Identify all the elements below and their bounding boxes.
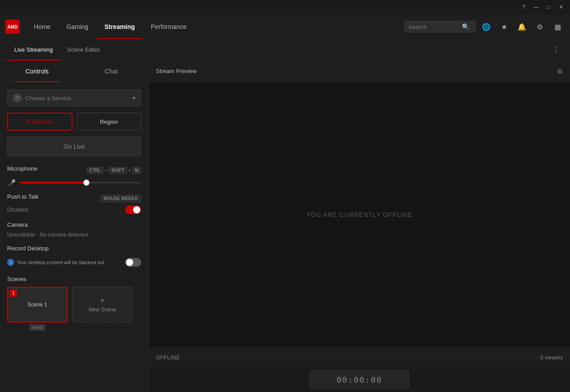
- scene-1-name: Scene 1: [28, 302, 47, 308]
- push-talk-header: Push to Talk MOUSE MIDDLE: [7, 193, 141, 204]
- nav-streaming[interactable]: Streaming: [97, 14, 142, 39]
- microphone-label: Microphone: [7, 165, 37, 172]
- more-options-icon[interactable]: ⋮: [549, 43, 563, 57]
- scene-1-badge: 1: [10, 290, 17, 297]
- settings-icon-btn[interactable]: ⚙: [533, 20, 547, 34]
- toggle-thumb: [133, 206, 140, 213]
- push-talk-sub: Disabled: [7, 205, 141, 214]
- search-icon: 🔍: [462, 23, 469, 30]
- record-info: i Your desktop content will be blacked o…: [7, 259, 106, 266]
- new-scene-card[interactable]: + New Scene: [72, 287, 133, 323]
- slider-thumb[interactable]: [83, 180, 90, 186]
- help-button[interactable]: ?: [518, 2, 529, 12]
- sub-tabs: Live Streaming Scene Editor ⋮: [0, 39, 570, 61]
- main-content: Controls Chat ? Choose a Service ▾ Fulls…: [0, 61, 570, 392]
- record-toggle-thumb: [126, 259, 133, 266]
- scene-card-1[interactable]: 1 Scene 1: [7, 287, 68, 323]
- grid-icon-btn[interactable]: ▦: [550, 20, 565, 34]
- favorites-icon-btn[interactable]: ★: [497, 20, 511, 34]
- timer-bar: 00:00:00: [149, 367, 570, 392]
- record-info-text: Your desktop content will be blacked out…: [17, 260, 106, 265]
- nav-gaming[interactable]: Gaming: [59, 14, 95, 39]
- bottom-status-bar: OFFLINE 0 viewers: [149, 347, 570, 367]
- mouse-middle-badge: MOUSE MIDDLE: [101, 195, 141, 202]
- subtab-live-streaming[interactable]: Live Streaming: [7, 39, 60, 61]
- plus-icon: +: [100, 297, 105, 305]
- chevron-down-icon: ▾: [133, 95, 135, 101]
- search-box[interactable]: 🔍: [404, 21, 476, 33]
- preview-header: Stream Preview ⚙: [149, 61, 570, 82]
- record-desktop-section: Record Desktop i Your desktop content wi…: [7, 245, 141, 267]
- info-icon: i: [7, 259, 14, 266]
- minimize-button[interactable]: —: [531, 2, 542, 12]
- tab-chat[interactable]: Chat: [74, 61, 149, 82]
- preview-settings-icon[interactable]: ⚙: [557, 68, 563, 75]
- service-question-icon: ?: [13, 94, 22, 102]
- nav-right: 🔍 🌐 ★ 🔔 ⚙ ▦: [404, 20, 565, 34]
- controls-content: ? Choose a Service ▾ Fullscreen Region G…: [0, 90, 148, 276]
- nav-items: Home Gaming Streaming Performance: [27, 14, 404, 39]
- notifications-icon-btn[interactable]: 🔔: [515, 20, 529, 34]
- camera-section: Camera Unavailable - No camera detected: [7, 221, 141, 238]
- globe-icon-btn[interactable]: 🌐: [479, 20, 493, 34]
- record-desktop-toggle[interactable]: [125, 258, 141, 267]
- capture-buttons: Fullscreen Region: [7, 113, 141, 131]
- new-scene-label: New Scene: [89, 306, 116, 313]
- stream-timer: 00:00:00: [309, 370, 410, 389]
- preview-title: Stream Preview: [156, 68, 197, 74]
- microphone-mute-icon: 🎤: [7, 179, 16, 186]
- push-to-talk-toggle[interactable]: [125, 205, 141, 214]
- scenes-grid: 1 Scene 1 NONE + New Scene: [7, 287, 141, 333]
- maximize-button[interactable]: □: [543, 2, 554, 12]
- service-dropdown[interactable]: ? Choose a Service ▾: [7, 90, 141, 106]
- camera-label: Camera: [7, 221, 141, 228]
- subtab-scene-editor[interactable]: Scene Editor: [60, 39, 107, 61]
- shift-key: SHIFT: [109, 167, 127, 174]
- camera-status: Unavailable - No camera detected: [7, 232, 141, 238]
- top-nav: AMD Home Gaming Streaming Performance 🔍 …: [0, 14, 570, 39]
- nav-performance[interactable]: Performance: [144, 14, 194, 39]
- offline-status: OFFLINE: [156, 355, 180, 361]
- plus-1: +: [105, 168, 107, 173]
- microphone-slider[interactable]: [20, 182, 141, 184]
- record-header: Record Desktop: [7, 245, 141, 255]
- scenes-label: Scenes: [7, 276, 141, 282]
- mic-shortcut: CTRL + SHIFT + M: [86, 167, 141, 174]
- scene-none-badge: NONE: [29, 324, 45, 331]
- panel-tabs: Controls Chat: [0, 61, 148, 82]
- left-panel: Controls Chat ? Choose a Service ▾ Fulls…: [0, 61, 149, 392]
- tab-controls[interactable]: Controls: [0, 61, 74, 82]
- push-talk-disabled: Disabled: [7, 207, 28, 213]
- offline-text: YOU ARE CURRENTLY OFFLINE: [306, 211, 412, 218]
- nav-home[interactable]: Home: [27, 14, 57, 39]
- microphone-section: Microphone CTRL + SHIFT + M 🎤: [7, 165, 141, 186]
- mic-header: Microphone CTRL + SHIFT + M: [7, 165, 141, 176]
- service-placeholder: Choose a Service: [25, 95, 129, 102]
- push-to-talk-section: Push to Talk MOUSE MIDDLE Disabled: [7, 193, 141, 214]
- record-desktop-label: Record Desktop: [7, 245, 49, 252]
- viewers-count: 0 viewers: [540, 355, 563, 361]
- plus-2: +: [128, 168, 131, 173]
- close-button[interactable]: ✕: [556, 2, 566, 12]
- slider-fill: [20, 182, 86, 184]
- ctrl-key: CTRL: [86, 167, 103, 174]
- push-to-talk-label: Push to Talk: [7, 193, 39, 200]
- fullscreen-button[interactable]: Fullscreen: [7, 113, 73, 131]
- m-key: M: [132, 167, 141, 174]
- right-panel: Stream Preview ⚙ YOU ARE CURRENTLY OFFLI…: [149, 61, 570, 392]
- go-live-button[interactable]: Go Live: [7, 137, 141, 156]
- preview-area: YOU ARE CURRENTLY OFFLINE: [149, 82, 570, 347]
- amd-logo: AMD: [5, 20, 20, 34]
- search-input[interactable]: [408, 24, 462, 30]
- sub-tabs-right: ⋮: [549, 43, 563, 57]
- title-bar: ? — □ ✕: [0, 0, 570, 14]
- region-button[interactable]: Region: [77, 113, 142, 131]
- mic-control: 🎤: [7, 179, 141, 186]
- scenes-section: Scenes 1 Scene 1 NONE + New Scene: [0, 276, 148, 333]
